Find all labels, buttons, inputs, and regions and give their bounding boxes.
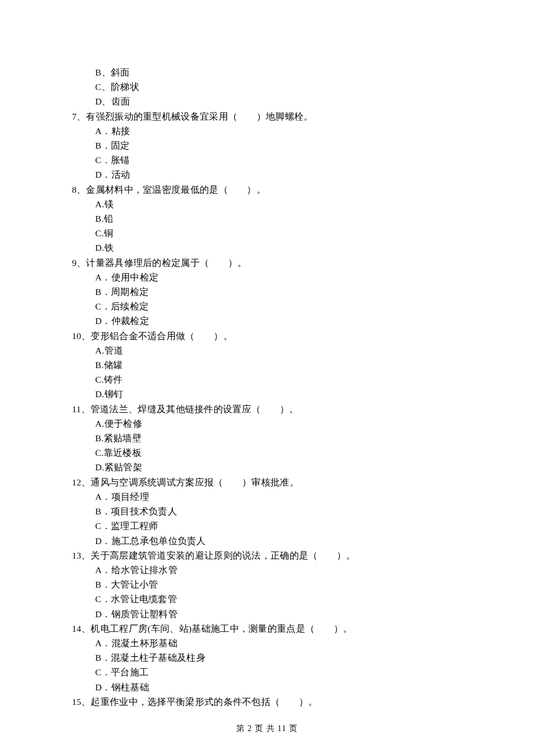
leading-option: D、齿面 xyxy=(72,94,464,109)
question-stem: 14、机电工程厂房(车间、站)基础施工中，测量的重点是（ ）。 xyxy=(72,621,464,636)
question-option: B．混凝土柱子基础及柱身 xyxy=(72,650,464,665)
question-option: D.铁 xyxy=(72,240,464,255)
question-option: B.铅 xyxy=(72,211,464,226)
question-option: D.紧贴管架 xyxy=(72,460,464,474)
leading-option: C、阶梯状 xyxy=(72,80,464,94)
question-option: B．周期检定 xyxy=(72,285,464,299)
question-option: A．混凝土杯形基础 xyxy=(72,636,464,650)
question-stem: 12、通风与空调系统调试方案应报（ ）审核批准。 xyxy=(72,475,464,489)
question-stem: 10、变形铝合金不适合用做（ ）。 xyxy=(72,329,464,343)
question-option: A.管道 xyxy=(72,343,464,358)
question-option: C．监理工程师 xyxy=(72,519,464,533)
question-stem: 13、关于高层建筑管道安装的避让原则的说法，正确的是（ ）。 xyxy=(72,548,464,563)
page-content: B、斜面 C、阶梯状 D、齿面 7、有强烈振动的重型机械设备宜采用（ ）地脚螺栓… xyxy=(0,0,534,709)
question-option: A.便于检修 xyxy=(72,416,464,431)
question-stem: 9、计量器具修理后的检定属于（ ）。 xyxy=(72,255,464,270)
question-stem: 7、有强烈振动的重型机械设备宜采用（ ）地脚螺栓。 xyxy=(72,109,464,124)
question-stem: 11、管道法兰、焊缝及其他链接件的设置应（ ）。 xyxy=(72,402,464,416)
question-stem: 15、起重作业中，选择平衡梁形式的条件不包括（ ）。 xyxy=(72,694,464,709)
question-option: B.紧贴墙壁 xyxy=(72,431,464,445)
question-option: A．项目经理 xyxy=(72,489,464,504)
question-option: B．固定 xyxy=(72,138,464,153)
question-option: B．项目技术负责人 xyxy=(72,504,464,519)
question-option: A．粘接 xyxy=(72,124,464,138)
question-option: C．胀锚 xyxy=(72,153,464,167)
question-option: D．仲裁检定 xyxy=(72,314,464,328)
question-option: D．活动 xyxy=(72,167,464,182)
question-option: A．给水管让排水管 xyxy=(72,563,464,577)
question-option: C.铜 xyxy=(72,226,464,240)
question-option: B.储罐 xyxy=(72,358,464,372)
question-stem: 8、金属材料中，室温密度最低的是（ ）。 xyxy=(72,182,464,197)
question-option: D.铆钉 xyxy=(72,387,464,401)
question-option: A.镁 xyxy=(72,197,464,211)
question-option: C.铸件 xyxy=(72,372,464,387)
question-option: D．钢质管让塑料管 xyxy=(72,607,464,621)
question-option: D．施工总承包单位负责人 xyxy=(72,534,464,548)
question-option: A．使用中检定 xyxy=(72,270,464,285)
question-option: C．后续检定 xyxy=(72,299,464,314)
question-option: B．大管让小管 xyxy=(72,577,464,592)
question-option: C．水管让电缆套管 xyxy=(72,592,464,606)
question-option: C．平台施工 xyxy=(72,665,464,679)
leading-option: B、斜面 xyxy=(72,65,464,80)
page-footer: 第 2 页 共 11 页 xyxy=(0,723,534,734)
question-option: D．钢柱基础 xyxy=(72,680,464,694)
question-option: C.靠近楼板 xyxy=(72,445,464,460)
